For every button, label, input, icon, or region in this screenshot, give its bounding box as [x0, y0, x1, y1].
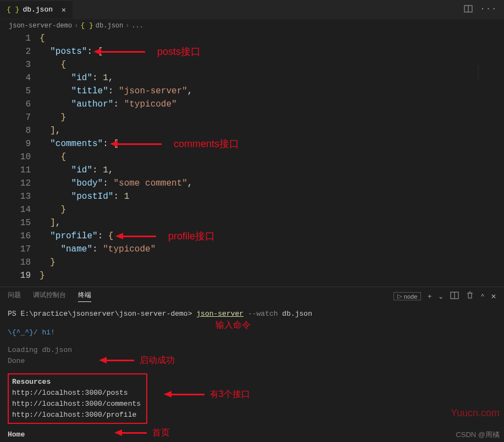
tab-terminal[interactable]: 终端 — [78, 290, 91, 302]
terminal-line: PS E:\practice\jsonserver\json-server-de… — [8, 309, 496, 320]
terminal-greeting: \{^_^}/ hi! — [8, 327, 496, 338]
resource-url[interactable]: http://localhost:3000/profile — [12, 410, 141, 421]
minimap[interactable]: ▬▬▬▬▬▬▬▬▬▬▬▬▬▬▬▬▬▬▬▬▬▬▬▬▬▬▬▬▬▬▬▬▬ — [477, 65, 502, 120]
terminal[interactable]: PS E:\practice\jsonserver\json-server-de… — [0, 305, 504, 442]
annotation-apis: 有3个接口 — [164, 389, 250, 400]
command-arg: db.json — [282, 310, 312, 318]
tab-debug-console[interactable]: 调试控制台 — [33, 290, 66, 302]
terminal-done: Done — [8, 356, 496, 367]
code-editor[interactable]: 12345678910111213141516171819 { "posts":… — [0, 32, 504, 282]
panel-bar: 问题 调试控制台 终端 ▷node + ⌄ ^ ✕ — [0, 287, 504, 305]
line-gutter: 12345678910111213141516171819 — [0, 32, 40, 282]
close-panel-icon[interactable]: ✕ — [491, 293, 496, 300]
resources-header: Resources — [12, 377, 141, 388]
tab-bar: { } db.json ✕ ··· — [0, 0, 504, 19]
editor-tab[interactable]: { } db.json ✕ — [0, 1, 73, 19]
trash-icon[interactable] — [466, 291, 474, 301]
close-icon[interactable]: ✕ — [62, 5, 66, 14]
chevron-right-icon: › — [74, 22, 78, 30]
tab-filename: db.json — [23, 5, 53, 14]
breadcrumb-rest: ... — [131, 22, 143, 30]
command: json-server — [196, 310, 243, 318]
chevron-right-icon: › — [125, 22, 129, 30]
terminal-loading: Loading db.json — [8, 345, 496, 356]
command-flag: --watch — [248, 310, 278, 318]
split-terminal-icon[interactable] — [450, 291, 459, 301]
json-file-icon: { } — [7, 5, 19, 14]
chevron-down-icon[interactable]: ⌄ — [438, 293, 444, 300]
split-editor-icon[interactable] — [464, 4, 473, 15]
tab-problems[interactable]: 问题 — [8, 290, 21, 302]
terminal-profile[interactable]: ▷node — [394, 292, 421, 300]
code-content[interactable]: { "posts": [ { "id": 1, "title": "json-s… — [40, 32, 192, 282]
breadcrumb[interactable]: json-server-demo › { } db.json › ... — [0, 19, 504, 32]
home-header: Home — [8, 429, 496, 440]
maximize-panel-icon[interactable]: ^ — [481, 293, 484, 300]
breadcrumb-file[interactable]: db.json — [96, 22, 123, 30]
breadcrumb-root[interactable]: json-server-demo — [9, 22, 72, 30]
json-file-icon: { } — [80, 21, 93, 30]
more-icon[interactable]: ··· — [480, 4, 497, 15]
watermark-author: CSDN @周橘 — [456, 430, 500, 440]
resources-box: Resources http://localhost:3000/posts ht… — [8, 373, 147, 424]
resource-url[interactable]: http://localhost:3000/comments — [12, 399, 141, 410]
prompt: PS E:\practice\jsonserver\json-server-de… — [8, 310, 192, 318]
resource-url[interactable]: http://localhost:3000/posts — [12, 388, 141, 399]
new-terminal-icon[interactable]: + — [428, 293, 431, 300]
watermark-site: Yuucn.com — [451, 407, 500, 419]
